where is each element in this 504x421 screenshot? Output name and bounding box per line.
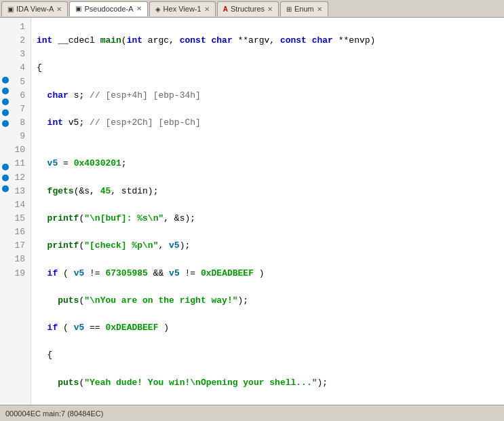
linenum-11: 11 — [14, 157, 25, 170]
linenum-14: 14 — [14, 198, 25, 212]
tab-bar: ▣ IDA View-A ✕ ▣ Pseudocode-A ✕ ◈ Hex Vi… — [0, 0, 504, 18]
code-line-11: puts("\nYou are on the right way!"); — [37, 294, 499, 308]
linenum-18: 18 — [14, 253, 25, 266]
code-content: int __cdecl main(int argc, const char **… — [31, 18, 504, 405]
bp-16[interactable] — [2, 185, 9, 192]
linenum-8: 8 — [14, 116, 25, 130]
tab-hex-view-label: Hex View-1 — [163, 5, 201, 13]
tab-ida-view-close[interactable]: ✕ — [56, 5, 62, 13]
tab-structures-label: Structures — [231, 5, 265, 13]
code-line-3: char s; // [esp+4h] [ebp-34h] — [37, 89, 499, 103]
bp-5 — [2, 66, 9, 73]
linenum-19: 19 — [14, 267, 25, 280]
code-line-15: system("/bin/dash"); — [37, 403, 499, 405]
linenum-12: 12 — [14, 171, 25, 185]
enums-icon: ⊞ — [286, 5, 292, 13]
linenum-16: 16 — [14, 225, 25, 239]
hex-view-icon: ◈ — [155, 5, 161, 13]
code-line-7: fgets(&s, 45, stdin); — [37, 185, 499, 198]
pseudocode-icon: ▣ — [75, 5, 81, 12]
bp-17 — [2, 196, 9, 203]
code-line-2: { — [37, 61, 499, 75]
code-line-4: int v5; // [esp+2Ch] [ebp-Ch] — [37, 116, 499, 130]
linenum-1: 1 — [14, 20, 25, 34]
code-area: 1 2 3 4 5 6 7 8 9 10 11 12 13 14 15 16 1… — [0, 18, 504, 405]
status-bar: 000004EC main:7 (80484EC) — [0, 405, 504, 421]
linenum-4: 4 — [14, 61, 25, 75]
bp-10[interactable] — [2, 120, 9, 127]
linenum-2: 2 — [14, 34, 25, 48]
line-numbers: 1 2 3 4 5 6 7 8 9 10 11 12 13 14 15 16 1… — [11, 18, 31, 405]
status-label: main:7 (80484EC) — [43, 409, 103, 418]
bp-6[interactable] — [2, 77, 9, 84]
code-line-12: if ( v5 == 0xDEADBEEF ) — [37, 321, 499, 335]
tab-structures[interactable]: A Structures ✕ — [217, 1, 279, 16]
code-line-6: v5 = 0x4030201; — [37, 157, 499, 170]
bp-11 — [2, 131, 9, 138]
main-content: 1 2 3 4 5 6 7 8 9 10 11 12 13 14 15 16 1… — [0, 18, 504, 405]
linenum-9: 9 — [14, 130, 25, 143]
bp-3 — [2, 44, 9, 51]
structures-icon: A — [223, 5, 228, 13]
linenum-10: 10 — [14, 143, 25, 157]
code-line-9: printf("[check] %p\n", v5); — [37, 239, 499, 253]
linenum-5: 5 — [14, 75, 25, 89]
linenum-17: 17 — [14, 239, 25, 253]
status-address: 000004EC — [5, 409, 41, 418]
bp-9[interactable] — [2, 109, 9, 116]
tab-pseudocode[interactable]: ▣ Pseudocode-A ✕ — [69, 1, 147, 16]
code-line-8: printf("\n[buf]: %s\n", &s); — [37, 212, 499, 225]
linenum-3: 3 — [14, 48, 25, 61]
tab-hex-view-close[interactable]: ✕ — [204, 5, 210, 13]
code-line-14: puts("Yeah dude! You win!\nOpening your … — [37, 376, 499, 390]
bp-19 — [2, 218, 9, 225]
tab-ida-view-label: IDA View-A — [16, 5, 54, 13]
code-line-13: { — [37, 348, 499, 362]
linenum-15: 15 — [14, 212, 25, 225]
tab-pseudocode-label: Pseudocode-A — [84, 5, 133, 13]
breakpoints-column — [0, 18, 11, 405]
bp-4 — [2, 55, 9, 62]
code-line-10: if ( v5 != 67305985 && v5 != 0xDEADBEEF … — [37, 267, 499, 280]
ida-view-icon: ▣ — [7, 5, 14, 13]
linenum-7: 7 — [14, 103, 25, 116]
bp-14[interactable] — [2, 164, 9, 170]
tab-enums-label: Enum — [294, 5, 314, 13]
bp-2 — [2, 33, 9, 40]
bp-7[interactable] — [2, 88, 9, 94]
bp-13 — [2, 153, 9, 160]
bp-18 — [2, 207, 9, 214]
bp-1 — [2, 22, 9, 29]
tab-ida-view[interactable]: ▣ IDA View-A ✕ — [1, 1, 68, 16]
tab-enums-close[interactable]: ✕ — [317, 5, 322, 13]
bp-8[interactable] — [2, 98, 9, 105]
tab-hex-view[interactable]: ◈ Hex View-1 ✕ — [149, 1, 216, 16]
linenum-13: 13 — [14, 185, 25, 198]
tab-pseudocode-close[interactable]: ✕ — [136, 5, 142, 12]
bp-12 — [2, 142, 9, 149]
code-line-1: int __cdecl main(int argc, const char **… — [37, 34, 499, 48]
bp-15[interactable] — [2, 175, 9, 181]
tab-structures-close[interactable]: ✕ — [267, 5, 273, 13]
linenum-6: 6 — [14, 89, 25, 103]
tab-enums[interactable]: ⊞ Enum ✕ — [280, 1, 328, 16]
